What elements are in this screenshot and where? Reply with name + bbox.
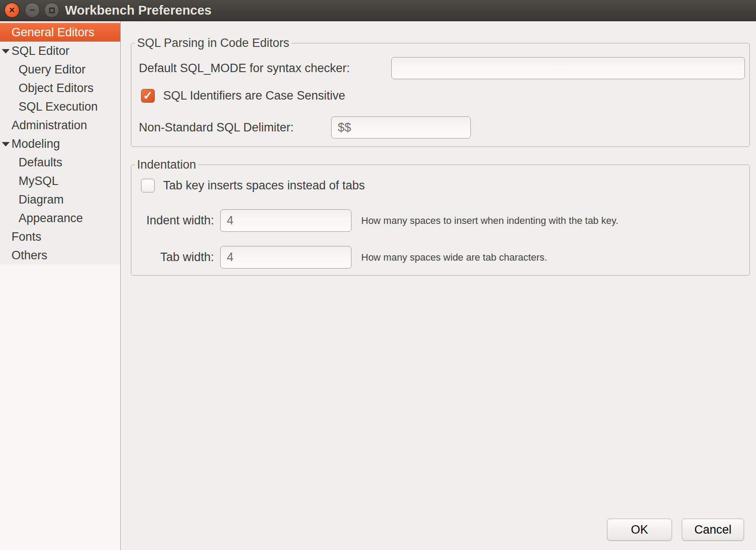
sidebar-item[interactable]: Administration bbox=[0, 116, 120, 135]
expander-down-icon[interactable] bbox=[2, 49, 10, 54]
titlebar: × − Workbench Preferences bbox=[0, 0, 756, 21]
sidebar-item[interactable]: SQL Execution bbox=[0, 97, 120, 116]
case-sensitive-label[interactable]: SQL Identifiers are Case Sensitive bbox=[163, 89, 345, 103]
sidebar-item[interactable]: Others bbox=[0, 246, 120, 265]
group-title: Indentation bbox=[135, 158, 199, 172]
tab-inserts-spaces-checkbox[interactable]: ✓ bbox=[141, 179, 155, 192]
sidebar-item-label: General Editors bbox=[0, 26, 95, 39]
sidebar-item[interactable]: Appearance bbox=[0, 209, 120, 227]
indent-width-input[interactable] bbox=[220, 209, 351, 232]
cancel-button[interactable]: Cancel bbox=[682, 519, 744, 541]
sidebar-item-label: Appearance bbox=[0, 212, 83, 225]
sidebar-item[interactable]: Query Editor bbox=[0, 60, 120, 79]
sidebar-item-label: SQL Execution bbox=[0, 100, 98, 114]
sidebar-item-label: Query Editor bbox=[0, 63, 86, 77]
indent-width-help: How many spaces to insert when indenting… bbox=[361, 209, 619, 232]
tab-width-input[interactable] bbox=[220, 246, 351, 269]
tab-width-help: How many spaces wide are tab characters. bbox=[361, 246, 547, 269]
preferences-content: SQL Parsing in Code Editors Default SQL_… bbox=[121, 21, 756, 550]
close-icon: × bbox=[9, 4, 15, 16]
sidebar-item[interactable]: MySQL bbox=[0, 172, 120, 190]
indent-width-label: Indent width: bbox=[139, 209, 214, 232]
sidebar-item[interactable]: Modeling bbox=[0, 135, 120, 153]
sidebar-item-label: MySQL bbox=[0, 174, 58, 188]
preferences-sidebar: General Editors SQL Editor Query Editor … bbox=[0, 21, 121, 550]
sidebar-item-label: Diagram bbox=[0, 193, 64, 207]
tab-width-label: Tab width: bbox=[139, 246, 214, 269]
sql-mode-input[interactable] bbox=[391, 57, 745, 79]
preferences-window: × − Workbench Preferences General Editor… bbox=[0, 0, 756, 550]
group-indentation: Indentation ✓ Tab key inserts spaces ins… bbox=[131, 165, 750, 276]
close-window-button[interactable]: × bbox=[4, 3, 19, 18]
maximize-icon bbox=[49, 8, 55, 13]
preferences-tree: General Editors SQL Editor Query Editor … bbox=[0, 23, 120, 265]
window-title: Workbench Preferences bbox=[65, 0, 212, 21]
sidebar-item-label: Administration bbox=[0, 119, 87, 132]
sidebar-item[interactable]: Fonts bbox=[0, 227, 120, 246]
maximize-window-button[interactable] bbox=[44, 3, 59, 18]
expander-down-icon[interactable] bbox=[2, 142, 10, 146]
tab-inserts-spaces-label[interactable]: Tab key inserts spaces instead of tabs bbox=[163, 179, 365, 192]
delimiter-input[interactable] bbox=[331, 116, 471, 138]
sidebar-item-label: Fonts bbox=[0, 230, 42, 244]
sidebar-item[interactable]: Diagram bbox=[0, 190, 120, 209]
case-sensitive-checkbox[interactable]: ✓ bbox=[141, 89, 155, 103]
sidebar-item[interactable]: General Editors bbox=[0, 23, 120, 42]
sidebar-item[interactable]: SQL Editor bbox=[0, 42, 120, 60]
sidebar-item[interactable]: Defaults bbox=[0, 153, 120, 172]
check-icon: ✓ bbox=[143, 90, 153, 101]
sidebar-item-label: Others bbox=[0, 249, 47, 262]
sidebar-item-label: Defaults bbox=[0, 156, 62, 169]
minimize-icon: − bbox=[30, 4, 35, 16]
sql-mode-label: Default SQL_MODE for syntax checker: bbox=[139, 57, 350, 79]
ok-button[interactable]: OK bbox=[607, 519, 672, 541]
minimize-window-button[interactable]: − bbox=[25, 3, 40, 18]
group-title: SQL Parsing in Code Editors bbox=[135, 36, 291, 50]
group-sql-parsing: SQL Parsing in Code Editors Default SQL_… bbox=[131, 43, 750, 147]
sidebar-item-label: Object Editors bbox=[0, 81, 94, 95]
delimiter-label: Non-Standard SQL Delimiter: bbox=[139, 116, 294, 138]
sidebar-item-label: SQL Editor bbox=[0, 44, 69, 58]
sidebar-item[interactable]: Object Editors bbox=[0, 79, 120, 97]
